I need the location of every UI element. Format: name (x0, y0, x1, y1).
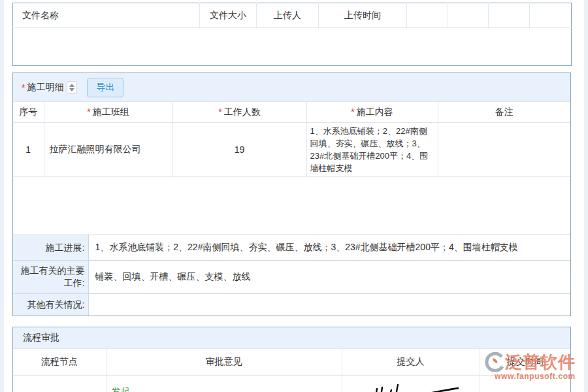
submitter-header: 提交人 (342, 349, 480, 376)
upload-time-header: 上传时间 (319, 3, 407, 28)
approval-row: 申请人 发起 提交给：肖亚军 (13, 376, 570, 392)
remark-header: 备注 (438, 102, 570, 123)
other-info-row: 其他有关情况: (13, 294, 570, 316)
main-content: 文件名称 文件大小 上传人 上传时间 * 施工明细 导出 (12, 3, 571, 392)
required-asterisk: * (218, 106, 221, 117)
handwritten-signature-icon (359, 381, 463, 392)
file-name-header: 文件名称 (13, 3, 200, 28)
empty-header (530, 3, 572, 28)
export-button[interactable]: 导出 (87, 78, 123, 97)
other-info-label: 其他有关情况: (13, 294, 88, 316)
main-work-label: 施工有关的主要工作: (13, 261, 88, 294)
page-right-gutter (584, 0, 588, 392)
attachments-header-row: 文件名称 文件大小 上传人 上传时间 (13, 3, 572, 28)
construction-info-table: 施工进展: 1、水系池底铺装；2、22#南侧回填、夯实、碾压、放线；3、23#北… (13, 235, 570, 316)
approval-header-row: 流程节点 审批意见 提交人 提交时间 (13, 349, 570, 376)
required-asterisk: * (22, 82, 25, 93)
construction-detail-section: * 施工明细 导出 序号 *施工班组 *工作人数 *施工内容 备注 (12, 73, 571, 316)
section-title: 施工明细 (27, 82, 63, 93)
sort-down-arrow-icon (69, 88, 74, 91)
submit-time-header: 提交时间 (480, 349, 570, 376)
approval-titlebar: 流程审批 (13, 327, 570, 348)
flow-node-header: 流程节点 (13, 349, 106, 376)
seq-header: 序号 (13, 102, 44, 123)
approval-opinion-cell: 发起 提交给：肖亚军 (106, 376, 342, 392)
approval-title: 流程审批 (23, 332, 59, 344)
empty-header (489, 3, 530, 28)
empty-header (448, 3, 489, 28)
content-cell: 1、水系池底铺装；2、22#南侧回填、夯实、碾压、放线；3、23#北侧基础开槽2… (306, 123, 438, 177)
approval-flow-section: 流程审批 流程节点 审批意见 提交人 提交时间 申请人 发起 提交给 (12, 327, 571, 392)
required-asterisk: * (87, 106, 90, 117)
submit-time-cell: 2019-12-27 14:54 (480, 376, 570, 392)
construction-titlebar: * 施工明细 导出 (13, 73, 570, 101)
table-row: 1 拉萨汇融照明有限公司 19 1、水系池底铺装；2、22#南侧回填、夯实、碾压… (13, 123, 570, 177)
main-work-value: 铺装、回填、开槽、碾压、支模、放线 (88, 261, 570, 294)
sort-icon[interactable] (67, 81, 77, 94)
workers-header: *工作人数 (172, 102, 306, 123)
remark-cell (438, 123, 570, 177)
required-asterisk: * (351, 106, 354, 117)
detail-header-row: 序号 *施工班组 *工作人数 *施工内容 备注 (13, 102, 570, 123)
other-info-value (88, 294, 570, 316)
main-work-row: 施工有关的主要工作: 铺装、回填、开槽、碾压、支模、放线 (13, 261, 570, 294)
team-header: *施工班组 (44, 102, 172, 123)
sort-up-arrow-icon (69, 84, 74, 87)
page-left-gutter (0, 0, 4, 392)
signature-cell (342, 376, 480, 392)
flow-node-cell: 申请人 (13, 376, 106, 392)
table-empty-space (13, 177, 570, 235)
workers-cell: 19 (172, 123, 306, 177)
file-size-header: 文件大小 (200, 3, 257, 28)
approval-table: 流程节点 审批意见 提交人 提交时间 申请人 发起 提交给：肖亚军 (13, 348, 570, 392)
team-cell: 拉萨汇融照明有限公司 (44, 123, 172, 177)
attachments-empty-body (13, 28, 572, 66)
progress-row: 施工进展: 1、水系池底铺装；2、22#南侧回填、夯实、碾压、放线；3、23#北… (13, 235, 570, 261)
construction-detail-table: 序号 *施工班组 *工作人数 *施工内容 备注 1 拉萨汇融照明有限公司 19 … (13, 101, 570, 177)
seq-cell: 1 (13, 123, 44, 177)
uploader-header: 上传人 (257, 3, 319, 28)
progress-label: 施工进展: (13, 235, 88, 261)
attachments-table: 文件名称 文件大小 上传人 上传时间 (12, 3, 572, 66)
approval-opinion-header: 审批意见 (106, 349, 342, 376)
progress-value: 1、水系池底铺装；2、22#南侧回填、夯实、碾压、放线；3、23#北侧基础开槽2… (88, 235, 570, 261)
empty-header (407, 3, 448, 28)
action-status-text: 发起 (112, 385, 341, 392)
content-header: *施工内容 (306, 102, 438, 123)
